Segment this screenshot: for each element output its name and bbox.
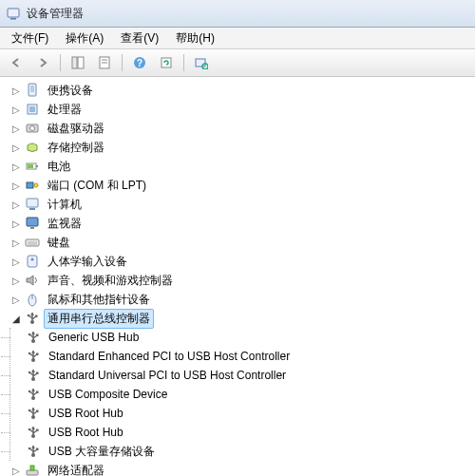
svg-rect-81 xyxy=(36,448,39,451)
svg-rect-9 xyxy=(162,58,171,67)
svg-rect-0 xyxy=(8,9,19,17)
expand-toggle-icon[interactable]: ▷ xyxy=(10,198,23,211)
tree-item-label: USB Root Hub xyxy=(45,424,127,441)
tree-item[interactable]: ▷人体学输入设备 xyxy=(10,252,475,271)
tree-item[interactable]: ▷存储控制器 xyxy=(10,138,475,157)
collapse-toggle-icon[interactable]: ◢ xyxy=(10,312,23,325)
tree-item[interactable]: ▷监视器 xyxy=(10,214,475,233)
tree-item[interactable]: ▷声音、视频和游戏控制器 xyxy=(10,271,475,290)
svg-point-79 xyxy=(28,447,31,450)
svg-rect-82 xyxy=(27,470,38,475)
tree-item[interactable]: ▷磁盘驱动器 xyxy=(10,119,475,138)
expand-toggle-icon[interactable]: ▷ xyxy=(10,122,23,135)
tree-item[interactable]: ▷计算机 xyxy=(10,195,475,214)
help-button[interactable]: ? xyxy=(127,51,152,74)
svg-point-55 xyxy=(28,371,31,374)
tree-item-label: USB Root Hub xyxy=(45,405,127,422)
expand-toggle-icon[interactable]: ▷ xyxy=(10,179,23,192)
svg-point-43 xyxy=(28,333,31,336)
tree-item[interactable]: ▷网络适配器 xyxy=(10,461,475,476)
svg-rect-21 xyxy=(27,182,33,188)
show-console-button[interactable] xyxy=(66,51,90,74)
expand-toggle-icon[interactable]: ▷ xyxy=(10,464,23,476)
svg-rect-23 xyxy=(27,199,38,207)
keyboard-icon xyxy=(25,235,40,250)
menu-view[interactable]: 查看(V) xyxy=(113,29,166,48)
svg-point-17 xyxy=(30,126,35,131)
svg-rect-13 xyxy=(30,86,34,92)
menu-action[interactable]: 操作(A) xyxy=(58,29,111,48)
menu-file[interactable]: 文件(F) xyxy=(4,29,56,48)
expand-toggle-icon[interactable]: ▷ xyxy=(10,274,23,287)
svg-rect-30 xyxy=(28,256,37,267)
storage-icon xyxy=(25,140,40,155)
tree-item[interactable]: ▷端口 (COM 和 LPT) xyxy=(10,176,475,195)
tree-item[interactable]: ▷Standard Enhanced PCI to USB Host Contr… xyxy=(10,347,475,366)
menu-help[interactable]: 帮助(H) xyxy=(168,29,222,48)
disk-icon xyxy=(25,121,40,136)
expand-toggle-icon[interactable]: ▷ xyxy=(10,103,23,116)
tree-item[interactable]: ▷键盘 xyxy=(10,233,475,252)
tree-item[interactable]: ◢通用串行总线控制器 xyxy=(10,309,475,328)
menubar: 文件(F) 操作(A) 查看(V) 帮助(H) xyxy=(0,28,475,49)
tree-item[interactable]: ▷USB Root Hub xyxy=(10,404,475,423)
tree-item-label: 网络适配器 xyxy=(44,461,108,477)
titlebar[interactable]: 设备管理器 xyxy=(0,0,475,28)
tree-item-label: 端口 (COM 和 LPT) xyxy=(44,176,150,196)
usb-icon xyxy=(26,368,41,383)
tree-item[interactable]: ▷USB 大容量存储设备 xyxy=(10,442,475,461)
svg-rect-63 xyxy=(36,391,39,394)
tree-item-label: 处理器 xyxy=(44,100,86,120)
svg-point-61 xyxy=(28,390,31,393)
usb-icon xyxy=(26,349,41,364)
svg-point-49 xyxy=(28,352,31,355)
usb-icon xyxy=(26,330,41,345)
tree-item-label: 存储控制器 xyxy=(44,138,108,158)
monitor-icon xyxy=(25,216,40,231)
back-button[interactable] xyxy=(4,51,28,74)
tree-item[interactable]: ▷Generic USB Hub xyxy=(10,328,475,347)
usb-icon xyxy=(25,311,40,326)
tree-item-label: Standard Enhanced PCI to USB Host Contro… xyxy=(45,348,294,365)
forward-button[interactable] xyxy=(30,51,55,74)
svg-rect-1 xyxy=(10,18,16,20)
tree-item[interactable]: ▷便携设备 xyxy=(10,81,475,100)
tree-item-label: 声音、视频和游戏控制器 xyxy=(44,271,177,291)
expand-toggle-icon[interactable]: ▷ xyxy=(10,160,23,173)
usb-icon xyxy=(26,444,41,459)
svg-rect-15 xyxy=(29,106,35,112)
hid-icon xyxy=(25,254,40,269)
tree-pane[interactable]: ▷便携设备▷处理器▷磁盘驱动器▷存储控制器▷电池▷端口 (COM 和 LPT)▷… xyxy=(0,77,475,476)
window-title: 设备管理器 xyxy=(27,6,84,22)
tree-item-label: Standard Universal PCI to USB Host Contr… xyxy=(45,367,290,384)
computer-icon xyxy=(25,197,40,212)
tree-item-label: USB 大容量存储设备 xyxy=(45,442,159,462)
tree-item[interactable]: ▷USB Composite Device xyxy=(10,385,475,404)
svg-rect-10 xyxy=(196,59,205,67)
tree-item[interactable]: ▷处理器 xyxy=(10,100,475,119)
refresh-button[interactable] xyxy=(154,51,179,74)
expand-toggle-icon[interactable]: ▷ xyxy=(10,141,23,154)
scan-button[interactable] xyxy=(189,51,214,74)
svg-point-73 xyxy=(28,428,31,431)
svg-rect-3 xyxy=(78,57,84,68)
svg-rect-39 xyxy=(35,315,38,318)
tree-item[interactable]: ▷Standard Universal PCI to USB Host Cont… xyxy=(10,366,475,385)
expand-toggle-icon[interactable]: ▷ xyxy=(10,293,23,306)
properties-button[interactable] xyxy=(92,51,117,74)
expand-toggle-icon[interactable]: ▷ xyxy=(10,217,23,230)
tree-item[interactable]: ▷鼠标和其他指针设备 xyxy=(10,290,475,309)
svg-rect-75 xyxy=(36,429,39,432)
svg-point-67 xyxy=(28,409,31,412)
expand-toggle-icon[interactable]: ▷ xyxy=(10,84,23,97)
expand-toggle-icon[interactable]: ▷ xyxy=(10,255,23,268)
expand-toggle-icon[interactable]: ▷ xyxy=(10,236,23,249)
svg-rect-51 xyxy=(36,353,39,356)
tree-item[interactable]: ▷电池 xyxy=(10,157,475,176)
svg-rect-20 xyxy=(28,164,33,168)
sound-icon xyxy=(25,273,40,288)
tree-item[interactable]: ▷USB Root Hub xyxy=(10,423,475,442)
svg-point-31 xyxy=(31,258,34,261)
battery-icon xyxy=(25,159,40,174)
svg-rect-24 xyxy=(29,208,35,210)
